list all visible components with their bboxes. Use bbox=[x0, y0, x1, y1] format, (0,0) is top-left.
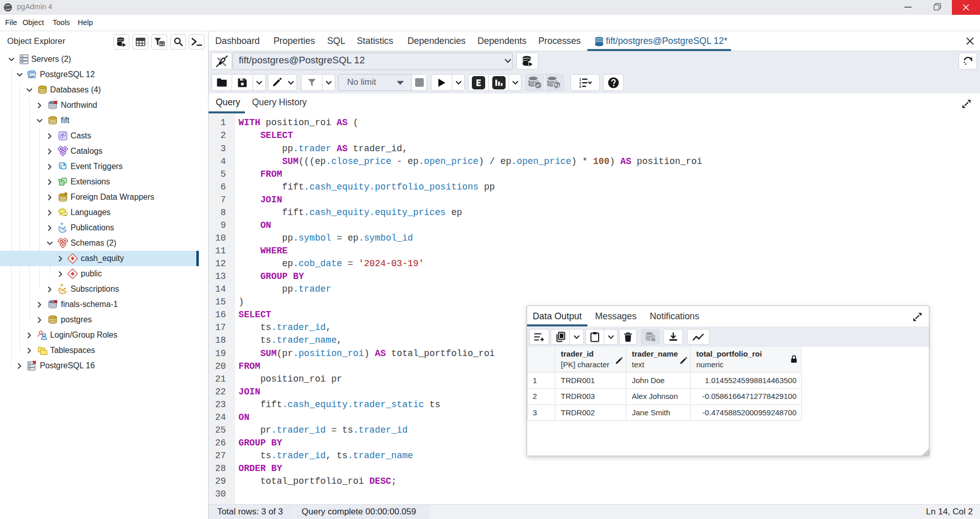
svg-text:2: 2 bbox=[579, 81, 581, 85]
svg-text:3: 3 bbox=[579, 85, 581, 88]
svg-text:1: 1 bbox=[579, 78, 581, 81]
